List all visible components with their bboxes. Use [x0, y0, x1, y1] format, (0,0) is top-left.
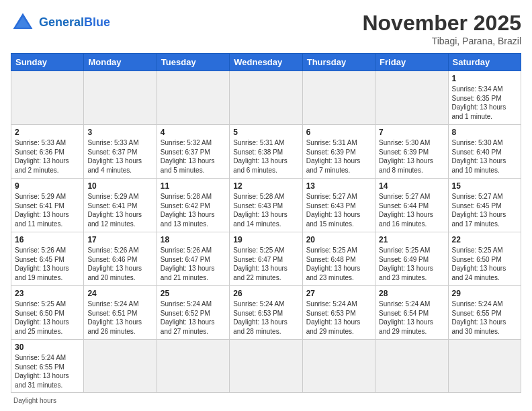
weekday-header-monday: Monday — [84, 54, 157, 71]
day-number: 26 — [233, 289, 298, 298]
calendar-cell: 16Sunrise: 5:26 AMSunset: 6:45 PMDayligh… — [11, 232, 84, 286]
calendar-cell: 11Sunrise: 5:28 AMSunset: 6:42 PMDayligh… — [157, 179, 229, 232]
calendar-cell — [157, 71, 229, 125]
cell-info: Sunrise: 5:26 AMSunset: 6:45 PMDaylight:… — [15, 246, 80, 282]
cell-info: Sunrise: 5:25 AMSunset: 6:50 PMDaylight:… — [15, 300, 80, 336]
calendar-cell — [448, 340, 521, 393]
day-number: 20 — [306, 235, 371, 244]
cell-info: Sunrise: 5:33 AMSunset: 6:36 PMDaylight:… — [15, 138, 80, 175]
calendar-cell: 28Sunrise: 5:24 AMSunset: 6:54 PMDayligh… — [375, 286, 448, 340]
weekday-header-tuesday: Tuesday — [157, 54, 229, 71]
calendar-cell — [375, 71, 448, 125]
day-number: 30 — [15, 342, 80, 352]
calendar-cell: 13Sunrise: 5:27 AMSunset: 6:43 PMDayligh… — [302, 179, 375, 232]
weekday-header-saturday: Saturday — [448, 54, 521, 71]
calendar-cell: 4Sunrise: 5:32 AMSunset: 6:37 PMDaylight… — [157, 125, 229, 179]
day-number: 17 — [87, 235, 152, 244]
calendar-cell: 25Sunrise: 5:24 AMSunset: 6:52 PMDayligh… — [157, 286, 229, 340]
day-number: 15 — [452, 181, 517, 191]
calendar-cell: 7Sunrise: 5:30 AMSunset: 6:39 PMDaylight… — [375, 125, 448, 179]
day-number: 25 — [161, 289, 226, 298]
calendar-cell: 21Sunrise: 5:25 AMSunset: 6:49 PMDayligh… — [375, 232, 448, 286]
day-number: 9 — [15, 181, 80, 191]
calendar-cell — [157, 340, 229, 393]
day-number: 3 — [87, 128, 152, 137]
footer-label: Daylight hours — [11, 397, 521, 404]
cell-info: Sunrise: 5:26 AMSunset: 6:46 PMDaylight:… — [87, 246, 152, 282]
day-number: 2 — [15, 128, 80, 137]
calendar-cell: 8Sunrise: 5:30 AMSunset: 6:40 PMDaylight… — [448, 125, 521, 179]
calendar-cell — [375, 340, 448, 393]
day-number: 28 — [379, 289, 444, 298]
calendar-cell: 14Sunrise: 5:27 AMSunset: 6:44 PMDayligh… — [375, 179, 448, 232]
day-number: 13 — [306, 181, 371, 191]
cell-info: Sunrise: 5:25 AMSunset: 6:47 PMDaylight:… — [233, 246, 298, 282]
calendar-week-6: 30Sunrise: 5:24 AMSunset: 6:55 PMDayligh… — [11, 340, 521, 393]
calendar-cell — [230, 71, 302, 125]
calendar-cell — [230, 340, 302, 393]
day-number: 21 — [379, 235, 444, 244]
cell-info: Sunrise: 5:29 AMSunset: 6:41 PMDaylight:… — [15, 192, 80, 228]
logo-text: GeneralBlue — [39, 16, 110, 30]
calendar-cell: 2Sunrise: 5:33 AMSunset: 6:36 PMDaylight… — [11, 125, 84, 179]
calendar-cell: 22Sunrise: 5:25 AMSunset: 6:50 PMDayligh… — [448, 232, 521, 286]
calendar-cell: 1Sunrise: 5:34 AMSunset: 6:35 PMDaylight… — [448, 71, 521, 125]
logo: GeneralBlue — [11, 11, 110, 35]
calendar-cell: 9Sunrise: 5:29 AMSunset: 6:41 PMDaylight… — [11, 179, 84, 232]
calendar-week-4: 16Sunrise: 5:26 AMSunset: 6:45 PMDayligh… — [11, 232, 521, 286]
day-number: 11 — [161, 181, 226, 191]
day-number: 16 — [15, 235, 80, 244]
weekday-header-sunday: Sunday — [11, 54, 84, 71]
calendar-cell: 15Sunrise: 5:27 AMSunset: 6:45 PMDayligh… — [448, 179, 521, 232]
cell-info: Sunrise: 5:24 AMSunset: 6:53 PMDaylight:… — [233, 300, 298, 336]
day-number: 12 — [233, 181, 298, 191]
cell-info: Sunrise: 5:24 AMSunset: 6:51 PMDaylight:… — [87, 300, 152, 336]
cell-info: Sunrise: 5:25 AMSunset: 6:48 PMDaylight:… — [306, 246, 371, 282]
logo-general: General — [39, 15, 84, 29]
location: Tibagi, Parana, Brazil — [362, 36, 521, 46]
calendar-cell: 3Sunrise: 5:33 AMSunset: 6:37 PMDaylight… — [84, 125, 157, 179]
cell-info: Sunrise: 5:31 AMSunset: 6:38 PMDaylight:… — [233, 138, 298, 175]
day-number: 10 — [87, 181, 152, 191]
calendar-cell — [302, 340, 375, 393]
calendar-table: SundayMondayTuesdayWednesdayThursdayFrid… — [11, 53, 521, 393]
calendar-cell: 20Sunrise: 5:25 AMSunset: 6:48 PMDayligh… — [302, 232, 375, 286]
cell-info: Sunrise: 5:27 AMSunset: 6:45 PMDaylight:… — [452, 192, 517, 228]
cell-info: Sunrise: 5:30 AMSunset: 6:40 PMDaylight:… — [452, 138, 517, 175]
cell-info: Sunrise: 5:30 AMSunset: 6:39 PMDaylight:… — [379, 138, 444, 175]
cell-info: Sunrise: 5:27 AMSunset: 6:44 PMDaylight:… — [379, 192, 444, 228]
calendar-cell: 23Sunrise: 5:25 AMSunset: 6:50 PMDayligh… — [11, 286, 84, 340]
calendar-week-5: 23Sunrise: 5:25 AMSunset: 6:50 PMDayligh… — [11, 286, 521, 340]
day-number: 19 — [233, 235, 298, 244]
calendar-cell: 26Sunrise: 5:24 AMSunset: 6:53 PMDayligh… — [230, 286, 302, 340]
day-number: 24 — [87, 289, 152, 298]
day-number: 6 — [306, 128, 371, 137]
cell-info: Sunrise: 5:25 AMSunset: 6:49 PMDaylight:… — [379, 246, 444, 282]
day-number: 4 — [161, 128, 226, 137]
title-block: November 2025 Tibagi, Parana, Brazil — [362, 11, 521, 46]
logo-blue: Blue — [84, 15, 110, 29]
day-number: 14 — [379, 181, 444, 191]
cell-info: Sunrise: 5:28 AMSunset: 6:43 PMDaylight:… — [233, 192, 298, 228]
day-number: 27 — [306, 289, 371, 298]
page-header: GeneralBlue November 2025 Tibagi, Parana… — [11, 11, 521, 46]
cell-info: Sunrise: 5:24 AMSunset: 6:52 PMDaylight:… — [161, 300, 226, 336]
day-number: 18 — [161, 235, 226, 244]
weekday-header-wednesday: Wednesday — [230, 54, 302, 71]
cell-info: Sunrise: 5:26 AMSunset: 6:47 PMDaylight:… — [161, 246, 226, 282]
cell-info: Sunrise: 5:24 AMSunset: 6:54 PMDaylight:… — [379, 300, 444, 336]
day-number: 22 — [452, 235, 517, 244]
calendar-cell: 12Sunrise: 5:28 AMSunset: 6:43 PMDayligh… — [230, 179, 302, 232]
calendar-cell — [302, 71, 375, 125]
day-number: 5 — [233, 128, 298, 137]
cell-info: Sunrise: 5:25 AMSunset: 6:50 PMDaylight:… — [452, 246, 517, 282]
weekday-header-thursday: Thursday — [302, 54, 375, 71]
calendar-cell: 24Sunrise: 5:24 AMSunset: 6:51 PMDayligh… — [84, 286, 157, 340]
cell-info: Sunrise: 5:34 AMSunset: 6:35 PMDaylight:… — [452, 85, 517, 121]
calendar-cell: 6Sunrise: 5:31 AMSunset: 6:39 PMDaylight… — [302, 125, 375, 179]
calendar-cell — [11, 71, 84, 125]
calendar-cell — [84, 340, 157, 393]
day-number: 7 — [379, 128, 444, 137]
month-title: November 2025 — [362, 11, 521, 36]
weekday-header-friday: Friday — [375, 54, 448, 71]
